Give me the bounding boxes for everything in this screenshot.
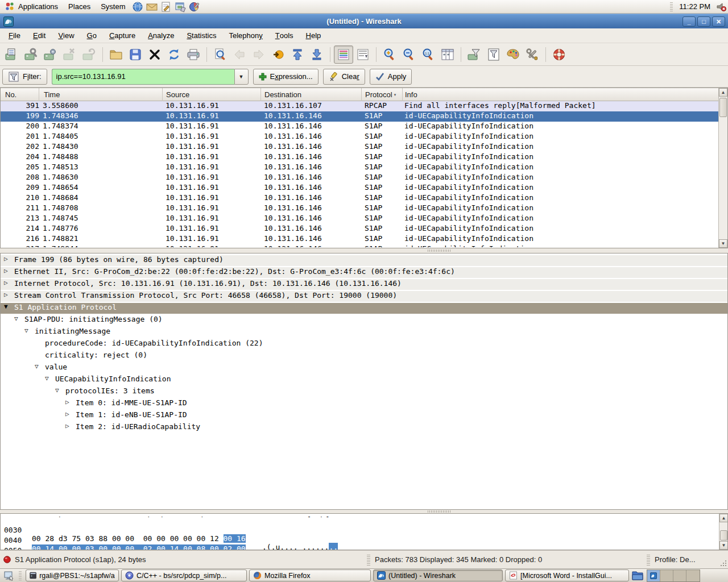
workspace-3[interactable]	[673, 570, 686, 581]
expert-info-icon[interactable]	[3, 556, 11, 563]
expert-info-section[interactable]: S1 Application Protocol (s1ap), 24 bytes	[0, 551, 367, 568]
expander-expanded-icon[interactable]: ▽	[24, 327, 28, 334]
workspace-4[interactable]	[686, 570, 700, 581]
column-source[interactable]: Source	[163, 88, 261, 101]
expander-collapsed-icon[interactable]: ▷	[65, 398, 69, 406]
menu-telephony[interactable]: Telephony	[222, 28, 268, 43]
menu-tools[interactable]: Tools	[269, 28, 300, 43]
hex-row[interactable]: 0040 00 14 00 00 03 00 00 00 02 00 14 00…	[1, 527, 727, 538]
capture-filters-icon[interactable]	[465, 45, 484, 64]
menu-edit[interactable]: Edit	[27, 28, 52, 43]
detail-row[interactable]: ▷Internet Protocol, Src: 10.131.16.91 (1…	[1, 279, 727, 291]
column-protocol[interactable]: Protocol▾	[362, 88, 403, 101]
preferences-icon[interactable]	[523, 45, 542, 64]
applications-menu[interactable]: Applications	[0, 0, 63, 13]
resize-grip[interactable]	[720, 560, 727, 567]
resize-columns-icon[interactable]	[438, 45, 457, 64]
expander-collapsed-icon[interactable]: ▷	[4, 255, 8, 263]
auto-scroll-icon[interactable]	[353, 45, 373, 64]
open-file-icon[interactable]	[106, 45, 126, 64]
filter-input[interactable]	[52, 69, 234, 85]
detail-row[interactable]: criticality: reject (0)	[1, 351, 727, 363]
go-to-packet-icon[interactable]	[268, 45, 288, 64]
save-file-icon[interactable]	[126, 45, 145, 64]
packet-row[interactable]: 3913.55860010.131.16.9110.131.16.107RPCA…	[1, 101, 718, 111]
packet-row-partial[interactable]: 2171.74884410.131.16.9110.131.16.146S1AP…	[1, 244, 718, 247]
column-no[interactable]: No.	[1, 88, 39, 101]
expression-button[interactable]: Expression...	[253, 69, 318, 85]
system-menu[interactable]: System	[96, 0, 130, 13]
go-to-top-icon[interactable]	[288, 45, 307, 64]
panel-grip[interactable]	[670, 2, 673, 11]
panel-clock[interactable]: 11:22 PM	[676, 2, 714, 11]
expander-collapsed-icon[interactable]: ▷	[65, 422, 69, 430]
packet-row[interactable]: 2131.74874510.131.16.9110.131.16.146S1AP…	[1, 214, 718, 224]
editor-icon[interactable]	[159, 1, 173, 13]
filter-button[interactable]: Filter:	[2, 69, 47, 85]
scroll-down-icon[interactable]: ▼	[719, 239, 727, 248]
close-button[interactable]: ✕	[712, 16, 725, 27]
packet-row[interactable]: 2141.74877610.131.16.9110.131.16.146S1AP…	[1, 224, 718, 234]
menu-statistics[interactable]: Statistics	[180, 28, 222, 43]
zoom-out-icon[interactable]	[399, 45, 419, 64]
detail-row[interactable]: ▷Item 1: id-eNB-UE-S1AP-ID	[1, 410, 727, 422]
packet-row[interactable]: 2021.74843010.131.16.9110.131.16.146S1AP…	[1, 142, 718, 152]
workspace-2[interactable]	[660, 570, 673, 581]
expander-collapsed-icon[interactable]: ▷	[4, 279, 8, 286]
menu-view[interactable]: View	[52, 28, 80, 43]
detail-row[interactable]: ▷Item 2: id-UERadioCapability	[1, 422, 727, 434]
menu-capture[interactable]: Capture	[103, 28, 142, 43]
packet-list-scrollbar[interactable]: ▲ ▼	[718, 88, 727, 248]
expander-expanded-icon[interactable]: ▽	[55, 386, 59, 394]
detail-row[interactable]: ▷Item 0: id-MME-UE-S1AP-ID	[1, 398, 727, 410]
detail-row[interactable]: ▽S1AP-PDU: initiatingMessage (0)	[1, 315, 727, 327]
scrollbar-thumb[interactable]	[719, 98, 727, 117]
column-time[interactable]: Time	[39, 88, 163, 101]
browser-icon[interactable]	[130, 1, 144, 13]
hex-dump-pane[interactable]: 002010 92 b6 42 4a 38 00 00 0b 5b 57 a6 …	[0, 513, 728, 550]
taskbar-item-eclipse[interactable]: C/C++ - bs/src/pdcp_sim/p...	[121, 569, 247, 581]
list-interfaces-icon[interactable]	[2, 45, 22, 64]
expander-collapsed-icon[interactable]: ▷	[4, 267, 8, 275]
menu-analyze[interactable]: Analyze	[142, 28, 180, 43]
capture-options-icon[interactable]	[22, 45, 41, 64]
hex-scrollbar[interactable]: ▲ ▼	[719, 514, 727, 550]
detail-row[interactable]: ▽initiatingMessage	[1, 327, 727, 339]
packet-row[interactable]: 2081.74863010.131.16.9110.131.16.146S1AP…	[1, 173, 718, 183]
detail-row[interactable]: ▽protocolIEs: 3 items	[1, 386, 727, 398]
mail-icon[interactable]	[144, 1, 159, 13]
file-manager-tray-icon[interactable]	[630, 569, 644, 582]
taskbar-grip[interactable]	[19, 571, 22, 580]
packet-row[interactable]: 2051.74851310.131.16.9110.131.16.146S1AP…	[1, 163, 718, 173]
packet-row[interactable]: 2111.74870810.131.16.9110.131.16.146S1AP…	[1, 203, 718, 214]
column-info[interactable]: Info	[403, 88, 718, 101]
hex-row[interactable]: 0050 0a 00 4a 00 01 00 ..J...	[1, 538, 727, 548]
apply-button[interactable]: Apply	[370, 69, 412, 85]
expander-expanded-icon[interactable]: ▼	[4, 303, 8, 310]
places-menu[interactable]: Places	[63, 0, 96, 13]
reload-icon[interactable]	[164, 45, 184, 64]
expander-expanded-icon[interactable]: ▽	[35, 363, 39, 370]
column-destination[interactable]: Destination	[261, 88, 362, 101]
taskbar-item-terminal[interactable]: rgali@PBS1:~/s1apfw/asn1...	[26, 569, 119, 581]
scroll-down-icon[interactable]: ▼	[719, 541, 728, 550]
packet-row[interactable]: 2101.74868410.131.16.9110.131.16.146S1AP…	[1, 193, 718, 203]
detail-row[interactable]: ▷Frame 199 (86 bytes on wire, 86 bytes c…	[1, 255, 727, 267]
expander-collapsed-icon[interactable]: ▷	[4, 291, 8, 298]
filter-dropdown-button[interactable]: ▼	[234, 69, 249, 85]
detail-row[interactable]: procedureCode: id-UECapabilityInfoIndica…	[1, 339, 727, 351]
coloring-rules-icon[interactable]	[503, 45, 523, 64]
packet-row[interactable]: 2161.74882110.131.16.9110.131.16.146S1AP…	[1, 234, 718, 244]
detail-row[interactable]: ▷Ethernet II, Src: G-ProCom_d2:be:22 (00…	[1, 267, 727, 279]
packet-row-selected[interactable]: 1991.74834610.131.16.9110.131.16.146S1AP…	[1, 111, 718, 122]
detail-row-selected[interactable]: ▼S1 Application Protocol	[1, 303, 727, 315]
colorize-packets-icon[interactable]	[334, 45, 353, 64]
scroll-up-icon[interactable]: ▲	[719, 88, 727, 97]
taskbar-item-firefox[interactable]: Mozilla Firefox	[249, 569, 371, 581]
find-packet-icon[interactable]	[210, 45, 230, 64]
expander-expanded-icon[interactable]: ▽	[14, 315, 18, 322]
packet-row[interactable]: 2041.74848810.131.16.9110.131.16.146S1AP…	[1, 152, 718, 163]
pane-splitter-top[interactable]	[0, 248, 728, 253]
detail-row[interactable]: ▽value	[1, 363, 727, 375]
screenshot-icon[interactable]	[173, 1, 187, 13]
